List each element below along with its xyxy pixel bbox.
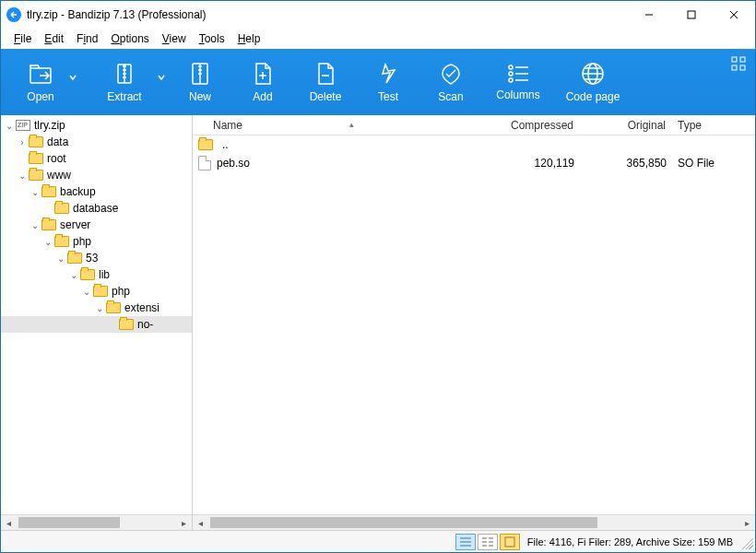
tree-item[interactable]: ⌄ lib bbox=[1, 266, 192, 283]
file-icon bbox=[198, 156, 211, 171]
toolbar: Open Extract New Add Delete Test Scan bbox=[1, 49, 755, 115]
toolbar-columns[interactable]: Columns bbox=[482, 49, 554, 115]
column-header-compressed[interactable]: Compressed bbox=[486, 115, 580, 135]
menu-help[interactable]: Help bbox=[232, 30, 266, 47]
folder-icon bbox=[54, 202, 69, 215]
view-list-button[interactable] bbox=[478, 534, 498, 550]
folder-icon bbox=[41, 218, 56, 231]
folder-icon bbox=[119, 318, 134, 331]
tree-item[interactable]: ⌄ backup bbox=[1, 183, 192, 200]
tree-item[interactable]: root bbox=[1, 150, 192, 167]
toolbar-scan[interactable]: Scan bbox=[419, 49, 482, 115]
collapse-icon[interactable]: ⌄ bbox=[29, 220, 41, 230]
scroll-left-icon[interactable]: ◂ bbox=[193, 515, 208, 531]
menu-options[interactable]: Options bbox=[105, 30, 154, 47]
column-header-original[interactable]: Original bbox=[580, 115, 672, 135]
list-horizontal-scrollbar[interactable]: ◂ ▸ bbox=[193, 514, 755, 530]
sort-asc-icon: ▴ bbox=[349, 120, 354, 129]
column-header-type[interactable]: Type bbox=[672, 115, 755, 135]
svg-rect-13 bbox=[505, 537, 514, 547]
collapse-icon[interactable]: ⌄ bbox=[16, 171, 29, 181]
svg-rect-12 bbox=[740, 65, 745, 70]
svg-point-6 bbox=[509, 78, 513, 82]
delete-icon bbox=[313, 61, 337, 87]
globe-icon bbox=[580, 61, 606, 87]
menu-tools[interactable]: Tools bbox=[194, 30, 230, 47]
toolbar-delete[interactable]: Delete bbox=[294, 49, 357, 115]
tree-item[interactable]: ⌄ php bbox=[1, 283, 192, 300]
folder-icon bbox=[29, 169, 43, 182]
title-bar[interactable]: tlry.zip - Bandizip 7.13 (Professional) bbox=[1, 1, 755, 29]
columns-icon bbox=[505, 63, 531, 85]
tree-item[interactable]: ⌄ www bbox=[1, 167, 192, 183]
menu-find[interactable]: Find bbox=[71, 30, 103, 47]
menu-edit[interactable]: Edit bbox=[39, 30, 69, 47]
tree-item-selected[interactable]: no- bbox=[1, 316, 192, 333]
folder-icon bbox=[29, 135, 43, 148]
menu-file[interactable]: File bbox=[8, 30, 37, 47]
tree-item[interactable]: ⌄ server bbox=[1, 217, 192, 233]
minimize-button[interactable] bbox=[628, 1, 670, 29]
toolbar-add[interactable]: Add bbox=[231, 49, 294, 115]
svg-rect-11 bbox=[732, 65, 737, 70]
collapse-icon[interactable]: ⌄ bbox=[3, 121, 16, 131]
folder-tree: ⌄ ZIP tlry.zip › data root ⌄ www bbox=[1, 115, 193, 530]
file-list: Name ▴ Compressed Original Type .. peb.s… bbox=[193, 115, 755, 530]
toolbar-codepage[interactable]: Code page bbox=[554, 49, 632, 115]
folder-icon bbox=[198, 138, 213, 151]
tree-item[interactable]: ⌄ 53 bbox=[1, 250, 192, 266]
new-icon bbox=[188, 61, 212, 87]
expand-icon[interactable]: › bbox=[16, 137, 29, 147]
maximize-button[interactable] bbox=[670, 1, 713, 29]
window-title: tlry.zip - Bandizip 7.13 (Professional) bbox=[27, 8, 207, 21]
status-text: File: 4116, Fi Filer: 289, Archive Size:… bbox=[522, 531, 738, 552]
menu-view[interactable]: View bbox=[157, 30, 192, 47]
menu-bar: File Edit Find Options View Tools Help bbox=[1, 29, 755, 49]
collapse-icon[interactable]: ⌄ bbox=[80, 287, 93, 297]
tree-item[interactable]: ⌄ extensi bbox=[1, 300, 192, 316]
collapse-icon[interactable]: ⌄ bbox=[41, 237, 54, 247]
folder-icon bbox=[93, 285, 108, 298]
list-row-parent[interactable]: .. bbox=[193, 135, 755, 154]
collapse-icon[interactable]: ⌄ bbox=[67, 270, 80, 280]
column-header-name[interactable]: Name ▴ bbox=[193, 115, 486, 135]
tree-item[interactable]: › data bbox=[1, 134, 192, 150]
extract-icon bbox=[112, 61, 137, 87]
view-details-button[interactable] bbox=[455, 534, 476, 550]
folder-icon bbox=[54, 235, 69, 248]
tree-item[interactable]: database bbox=[1, 200, 192, 217]
close-button[interactable] bbox=[713, 1, 755, 29]
toolbar-extract[interactable]: Extract bbox=[80, 49, 169, 115]
chevron-down-icon[interactable] bbox=[158, 71, 165, 84]
folder-icon bbox=[41, 185, 56, 198]
test-icon bbox=[376, 61, 400, 87]
scroll-left-icon[interactable]: ◂ bbox=[1, 515, 17, 531]
content-area: ⌄ ZIP tlry.zip › data root ⌄ www bbox=[1, 115, 755, 530]
resize-grip[interactable] bbox=[738, 535, 753, 549]
toolbar-layout-button[interactable] bbox=[731, 56, 746, 74]
collapse-icon[interactable]: ⌄ bbox=[29, 187, 41, 197]
collapse-icon[interactable]: ⌄ bbox=[93, 303, 106, 313]
app-window: tlry.zip - Bandizip 7.13 (Professional) … bbox=[0, 0, 756, 553]
svg-point-4 bbox=[509, 65, 513, 69]
app-icon bbox=[6, 7, 21, 22]
list-header: Name ▴ Compressed Original Type bbox=[193, 115, 755, 135]
tree-item-archive-root[interactable]: ⌄ ZIP tlry.zip bbox=[1, 117, 192, 134]
svg-rect-10 bbox=[740, 57, 745, 62]
tree-item[interactable]: ⌄ php bbox=[1, 233, 192, 250]
chevron-down-icon[interactable] bbox=[69, 71, 77, 84]
svg-point-5 bbox=[509, 72, 513, 76]
toolbar-new[interactable]: New bbox=[169, 49, 231, 115]
view-icons-button[interactable] bbox=[500, 534, 520, 550]
tree-horizontal-scrollbar[interactable]: ◂ ▸ bbox=[1, 514, 192, 530]
collapse-icon[interactable]: ⌄ bbox=[54, 253, 67, 264]
scroll-right-icon[interactable]: ▸ bbox=[739, 515, 755, 531]
scroll-right-icon[interactable]: ▸ bbox=[176, 515, 192, 531]
toolbar-open[interactable]: Open bbox=[1, 49, 80, 115]
svg-rect-0 bbox=[688, 11, 695, 18]
folder-icon bbox=[80, 268, 95, 281]
list-row[interactable]: peb.so 120,119 365,850 SO File bbox=[193, 154, 755, 172]
toolbar-test[interactable]: Test bbox=[357, 49, 419, 115]
folder-icon bbox=[67, 252, 82, 265]
scan-icon bbox=[437, 61, 465, 87]
